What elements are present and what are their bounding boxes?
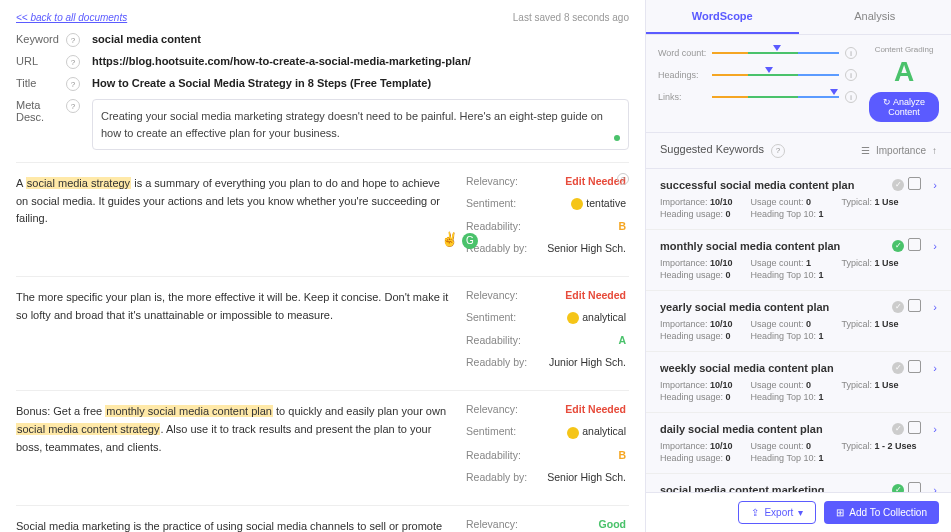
wordcount-slider[interactable]	[712, 45, 839, 61]
info-icon[interactable]: i	[845, 47, 857, 59]
keyword-item: weekly social media content plan✓›Import…	[646, 352, 951, 413]
content-block: Bonus: Get a free monthly social media c…	[16, 390, 629, 504]
editor-panel: << back to all documents Last saved 8 se…	[0, 0, 645, 532]
chevron-right-icon[interactable]: ›	[933, 179, 937, 191]
desc-label: Meta Desc.	[16, 99, 66, 123]
chevron-right-icon[interactable]: ›	[933, 362, 937, 374]
keyword-item: daily social media content plan✓›Importa…	[646, 413, 951, 474]
check-icon: ✓	[892, 362, 904, 374]
check-icon: ✓	[892, 179, 904, 191]
block-text[interactable]: The more specific your plan is, the more…	[16, 289, 466, 378]
sidebar-tabs: WordScope Analysis	[646, 0, 951, 35]
tab-analysis[interactable]: Analysis	[799, 0, 952, 34]
check-icon: ✓	[892, 301, 904, 313]
info-icon[interactable]: i	[845, 91, 857, 103]
chevron-right-icon[interactable]: ›	[933, 484, 937, 493]
sort-dropdown[interactable]: ☰ Importance ↑	[861, 145, 937, 156]
block-text[interactable]: Social media marketing is the practice o…	[16, 518, 466, 532]
help-icon[interactable]: ?	[66, 33, 80, 47]
keyword-value: social media content	[92, 33, 629, 45]
analyze-button[interactable]: ↻ Analyze Content	[869, 92, 939, 122]
tool-icons[interactable]: ✌️ G	[441, 231, 478, 249]
help-icon[interactable]: ?	[66, 99, 80, 113]
keyword-item: yearly social media content plan✓›Import…	[646, 291, 951, 352]
help-icon[interactable]: ?	[66, 55, 80, 69]
chevron-right-icon[interactable]: ›	[933, 423, 937, 435]
copy-icon[interactable]	[910, 179, 921, 190]
keyword-item: monthly social media content plan✓›Impor…	[646, 230, 951, 291]
info-icon[interactable]: i	[845, 69, 857, 81]
copy-icon[interactable]	[910, 423, 921, 434]
meta-desc-input[interactable]: Creating your social media marketing str…	[92, 99, 629, 150]
grading-label: Content Grading	[869, 45, 939, 54]
metrics: Relevancy:Edit NeededSentiment:analytica…	[466, 289, 626, 378]
keyword-name: yearly social media content plan	[660, 301, 829, 313]
metrics: Relevancy:Edit NeededSentiment:analytica…	[466, 403, 626, 492]
title-label: Title	[16, 77, 66, 89]
back-link[interactable]: << back to all documents	[16, 12, 127, 23]
links-slider[interactable]	[712, 89, 839, 105]
keyword-name: social media content marketing	[660, 484, 824, 493]
tab-wordscope[interactable]: WordScope	[646, 0, 799, 34]
highlight: social media strategy	[26, 177, 131, 189]
last-saved-text: Last saved 8 seconds ago	[513, 12, 629, 23]
content-block: The more specific your plan is, the more…	[16, 276, 629, 390]
block-text[interactable]: A social media strategy is a summary of …	[16, 175, 466, 264]
check-icon: ✓	[892, 484, 904, 493]
sidebar-panel: WordScope Analysis Word count:i Headings…	[645, 0, 951, 532]
headings-label: Headings:	[658, 70, 712, 80]
wordcount-label: Word count:	[658, 48, 712, 58]
copy-icon[interactable]	[910, 301, 921, 312]
content-grade: A	[869, 56, 939, 88]
url-value: https://blog.hootsuite.com/how-to-create…	[92, 55, 629, 67]
keyword-item: successful social media content plan✓›Im…	[646, 169, 951, 230]
copy-icon[interactable]	[910, 240, 921, 251]
copy-icon[interactable]	[910, 484, 921, 492]
chevron-right-icon[interactable]: ›	[933, 301, 937, 313]
copy-icon[interactable]	[910, 362, 921, 373]
url-label: URL	[16, 55, 66, 67]
content-block: ?A social media strategy is a summary of…	[16, 162, 629, 276]
metrics: Relevancy:Good	[466, 518, 626, 532]
suggested-title: Suggested Keywords ?	[660, 143, 785, 158]
keyword-name: daily social media content plan	[660, 423, 823, 435]
highlight: social media content strategy	[16, 423, 160, 435]
chevron-right-icon[interactable]: ›	[933, 240, 937, 252]
keyword-name: successful social media content plan	[660, 179, 854, 191]
export-button[interactable]: ⇪ Export ▾	[738, 501, 816, 524]
check-icon: ✓	[892, 240, 904, 252]
help-icon[interactable]: ?	[66, 77, 80, 91]
status-dot	[614, 135, 620, 141]
metrics: Relevancy:Edit NeededSentiment:tentative…	[466, 175, 626, 264]
headings-slider[interactable]	[712, 67, 839, 83]
keyword-label: Keyword	[16, 33, 66, 45]
highlight: monthly social media content plan	[105, 405, 273, 417]
keyword-name: weekly social media content plan	[660, 362, 834, 374]
add-collection-button[interactable]: ⊞ Add To Collection	[824, 501, 939, 524]
title-value: How to Create a Social Media Strategy in…	[92, 77, 629, 89]
keyword-name: monthly social media content plan	[660, 240, 840, 252]
keyword-item: social media content marketing✓›	[646, 474, 951, 493]
info-icon[interactable]: ?	[617, 173, 629, 185]
check-icon: ✓	[892, 423, 904, 435]
links-label: Links:	[658, 92, 712, 102]
block-text[interactable]: Bonus: Get a free monthly social media c…	[16, 403, 466, 492]
content-block: Social media marketing is the practice o…	[16, 505, 629, 532]
